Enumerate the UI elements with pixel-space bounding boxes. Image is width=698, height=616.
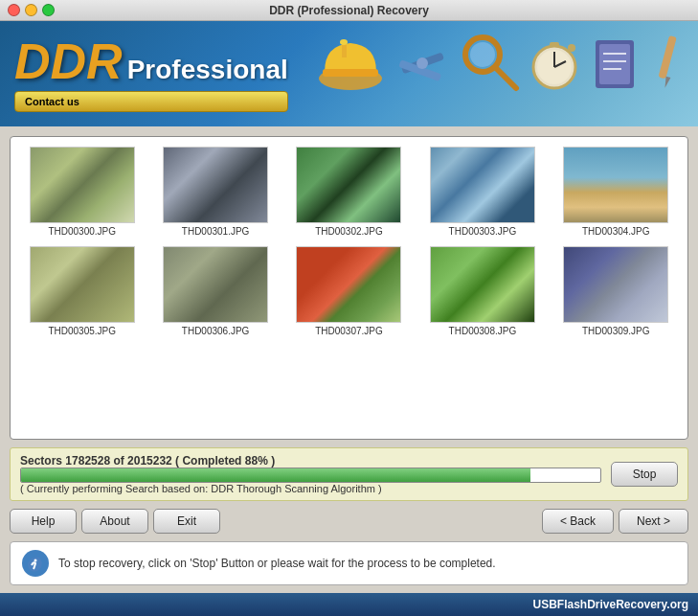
screwdriver-icon bbox=[645, 31, 688, 93]
main-content: THD00300.JPGTHD00301.JPGTHD00302.JPGTHD0… bbox=[0, 126, 698, 616]
image-item[interactable]: THD00306.JPG bbox=[153, 246, 277, 336]
image-filename: THD00305.JPG bbox=[48, 326, 116, 336]
next-button[interactable]: Next > bbox=[619, 509, 688, 534]
svg-point-6 bbox=[417, 57, 428, 69]
professional-logo-text: Professional bbox=[127, 55, 288, 85]
progress-bar bbox=[21, 468, 530, 482]
svg-point-15 bbox=[568, 44, 575, 52]
image-filename: THD00309.JPG bbox=[582, 326, 650, 336]
back-button[interactable]: < Back bbox=[542, 509, 614, 534]
progress-section: Sectors 1782528 of 2015232 ( Completed 8… bbox=[10, 447, 688, 501]
svg-point-3 bbox=[340, 39, 348, 45]
svg-point-8 bbox=[470, 42, 495, 67]
svg-line-9 bbox=[495, 67, 516, 88]
progress-bar-container bbox=[20, 468, 601, 483]
image-filename: THD00306.JPG bbox=[182, 326, 250, 336]
image-grid[interactable]: THD00300.JPGTHD00301.JPGTHD00302.JPGTHD0… bbox=[11, 137, 687, 439]
title-bar: DDR (Professional) Recovery bbox=[0, 0, 698, 21]
maximize-button[interactable] bbox=[42, 4, 55, 16]
help-button[interactable]: Help bbox=[10, 509, 77, 534]
svg-rect-14 bbox=[550, 42, 559, 47]
image-filename: THD00303.JPG bbox=[449, 226, 517, 237]
close-button[interactable] bbox=[8, 4, 20, 16]
image-thumbnail bbox=[296, 246, 401, 323]
navigation-buttons: Help About Exit < Back Next > bbox=[10, 509, 688, 534]
about-button[interactable]: About bbox=[81, 509, 148, 534]
book-icon bbox=[588, 31, 641, 93]
footer: USBFlashDriveRecovery.org bbox=[0, 593, 698, 616]
image-thumbnail bbox=[163, 147, 268, 223]
image-thumbnail bbox=[30, 147, 135, 223]
header-logo: DDR Professional Contact us bbox=[14, 36, 288, 112]
image-filename: THD00304.JPG bbox=[582, 226, 650, 237]
header-banner: DDR Professional Contact us bbox=[0, 21, 698, 126]
image-thumbnail bbox=[430, 147, 535, 223]
window-title: DDR (Professional) Recovery bbox=[269, 4, 429, 17]
image-thumbnail bbox=[430, 246, 535, 323]
progress-status: ( Currently performing Search based on: … bbox=[20, 483, 601, 494]
exit-button[interactable]: Exit bbox=[153, 509, 220, 534]
image-item[interactable]: THD00307.JPG bbox=[287, 246, 411, 336]
hardhat-icon bbox=[315, 26, 387, 98]
window-controls[interactable] bbox=[8, 4, 55, 16]
contact-us-button[interactable]: Contact us bbox=[14, 91, 288, 112]
pliers-icon bbox=[392, 31, 454, 93]
image-filename: THD00300.JPG bbox=[48, 226, 116, 237]
image-thumbnail bbox=[563, 246, 668, 323]
image-filename: THD00301.JPG bbox=[182, 226, 250, 237]
minimize-button[interactable] bbox=[25, 4, 37, 16]
image-item[interactable]: THD00301.JPG bbox=[153, 147, 277, 237]
image-item[interactable]: THD00302.JPG bbox=[287, 147, 411, 237]
image-thumbnail bbox=[296, 147, 401, 223]
info-icon bbox=[22, 550, 49, 577]
image-item[interactable]: THD00309.JPG bbox=[554, 246, 678, 336]
image-item[interactable]: THD00300.JPG bbox=[20, 147, 144, 237]
svg-rect-21 bbox=[658, 35, 676, 80]
svg-rect-1 bbox=[323, 69, 378, 77]
stop-button[interactable]: Stop bbox=[611, 462, 678, 487]
sectors-text: Sectors 1782528 of 2015232 ( Completed 8… bbox=[20, 454, 601, 468]
image-item[interactable]: THD00305.JPG bbox=[20, 246, 144, 336]
stopwatch-icon bbox=[526, 31, 583, 93]
info-bar: To stop recovery, click on 'Stop' Button… bbox=[10, 541, 688, 585]
image-item[interactable]: THD00303.JPG bbox=[420, 147, 544, 237]
info-message: To stop recovery, click on 'Stop' Button… bbox=[58, 557, 496, 570]
ddr-logo-text: DDR bbox=[14, 36, 123, 86]
magnifier-icon bbox=[459, 31, 521, 93]
image-thumbnail bbox=[163, 246, 268, 323]
header-icons bbox=[315, 26, 688, 98]
footer-text: USBFlashDriveRecovery.org bbox=[532, 598, 688, 611]
image-thumbnail bbox=[30, 246, 135, 323]
image-item[interactable]: THD00304.JPG bbox=[554, 147, 678, 237]
image-panel: THD00300.JPGTHD00301.JPGTHD00302.JPGTHD0… bbox=[10, 136, 688, 440]
image-filename: THD00307.JPG bbox=[315, 326, 383, 336]
image-filename: THD00308.JPG bbox=[449, 326, 517, 336]
image-item[interactable]: THD00308.JPG bbox=[420, 246, 544, 336]
svg-rect-17 bbox=[599, 44, 630, 84]
image-thumbnail bbox=[563, 147, 668, 223]
image-filename: THD00302.JPG bbox=[315, 226, 383, 237]
svg-point-23 bbox=[34, 559, 37, 562]
svg-rect-2 bbox=[342, 43, 347, 57]
